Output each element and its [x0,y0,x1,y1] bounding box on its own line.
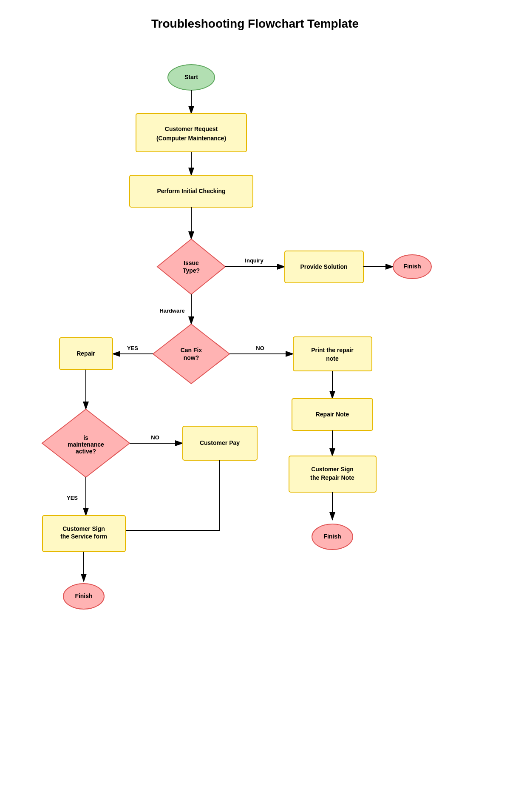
it-label1: Issue [184,259,199,266]
cr-label1: Customer Request [165,125,218,132]
prn-label2: note [326,355,339,362]
print-repair-node [293,337,372,371]
rn-label: Repair Note [316,411,349,418]
customer-request-node [136,114,246,152]
ps-label: Provide Solution [300,263,347,270]
page-title: Troubleshooting Flowchart Template [8,13,502,31]
fb-label: Finish [75,593,92,599]
cr-label2: (Computer Maintenance) [156,135,226,142]
csrn-label1: Customer Sign [311,466,354,473]
ima-label2: maintenance [68,441,104,448]
css-label2: the Service form [60,533,107,540]
repair-label: Repair [76,350,95,357]
ima-label3: active? [76,448,96,455]
pi-label: Perform Initial Checking [157,188,225,194]
yes-label: YES [127,345,138,351]
cf-label2: now? [184,354,199,361]
arrow-cp-css [110,460,220,530]
hardware-label: Hardware [159,308,184,314]
cf-label1: Can Fix [181,347,202,353]
cp-label: Customer Pay [200,439,240,446]
no2-label: NO [151,434,159,441]
no1-label: NO [256,345,264,351]
f2-label: Finish [323,533,341,540]
page: Troubleshooting Flowchart Template Start… [0,0,510,812]
f1-label: Finish [403,263,421,270]
css-label1: Customer Sign [62,525,105,532]
yes2-label: YES [67,495,78,501]
inquiry-label: Inquiry [245,257,264,264]
start-label: Start [184,74,198,80]
it-label2: Type? [183,267,200,274]
prn-label1: Print the repair [311,347,354,353]
ima-label1: is [83,434,88,441]
csrn-label2: the Repair Note [310,474,354,481]
